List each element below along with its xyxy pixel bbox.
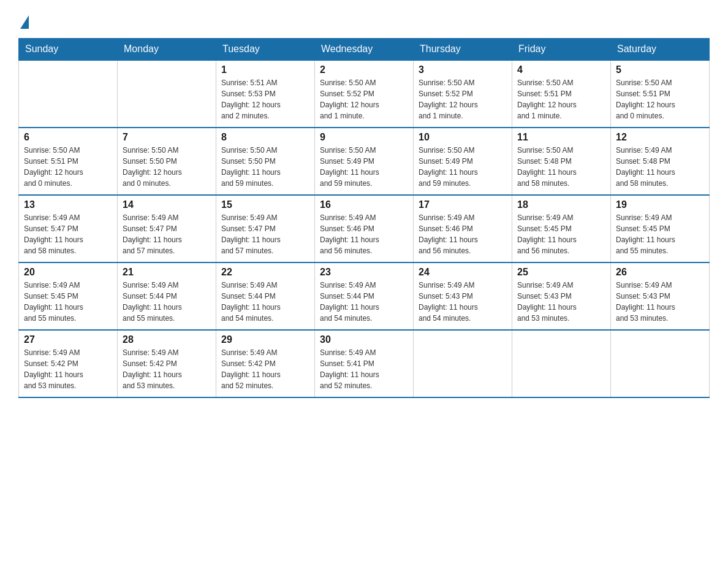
day-info: Sunrise: 5:49 AM Sunset: 5:45 PM Dayligh…: [616, 212, 704, 256]
calendar-cell: 19Sunrise: 5:49 AM Sunset: 5:45 PM Dayli…: [611, 195, 710, 262]
day-number: 29: [221, 334, 309, 345]
day-number: 21: [123, 267, 211, 278]
week-row-3: 13Sunrise: 5:49 AM Sunset: 5:47 PM Dayli…: [19, 195, 710, 262]
calendar-cell: 10Sunrise: 5:50 AM Sunset: 5:49 PM Dayli…: [414, 128, 512, 195]
calendar-cell: 24Sunrise: 5:49 AM Sunset: 5:43 PM Dayli…: [414, 262, 512, 330]
day-number: 14: [123, 199, 211, 210]
day-number: 2: [320, 64, 408, 75]
header-monday: Monday: [118, 39, 216, 61]
day-number: 27: [24, 334, 112, 345]
day-info: Sunrise: 5:49 AM Sunset: 5:42 PM Dayligh…: [221, 347, 309, 391]
logo: [18, 12, 29, 26]
day-number: 3: [419, 64, 507, 75]
calendar-cell: 16Sunrise: 5:49 AM Sunset: 5:46 PM Dayli…: [315, 195, 414, 262]
calendar-cell: 2Sunrise: 5:50 AM Sunset: 5:52 PM Daylig…: [315, 60, 414, 128]
day-info: Sunrise: 5:49 AM Sunset: 5:42 PM Dayligh…: [123, 347, 211, 391]
day-info: Sunrise: 5:49 AM Sunset: 5:47 PM Dayligh…: [24, 212, 112, 256]
calendar-cell: 28Sunrise: 5:49 AM Sunset: 5:42 PM Dayli…: [118, 330, 216, 397]
day-number: 26: [616, 267, 704, 278]
day-number: 24: [419, 267, 507, 278]
logo-triangle-icon: [20, 15, 29, 29]
calendar-cell: 25Sunrise: 5:49 AM Sunset: 5:43 PM Dayli…: [512, 262, 611, 330]
header-wednesday: Wednesday: [315, 39, 414, 61]
calendar-cell: [512, 330, 611, 397]
day-number: 11: [517, 132, 605, 143]
header-friday: Friday: [512, 39, 611, 61]
calendar-table: SundayMondayTuesdayWednesdayThursdayFrid…: [18, 38, 710, 398]
week-row-4: 20Sunrise: 5:49 AM Sunset: 5:45 PM Dayli…: [19, 262, 710, 330]
day-info: Sunrise: 5:49 AM Sunset: 5:43 PM Dayligh…: [419, 280, 507, 324]
calendar-cell: [19, 60, 118, 128]
header-saturday: Saturday: [611, 39, 710, 61]
calendar-cell: 5Sunrise: 5:50 AM Sunset: 5:51 PM Daylig…: [611, 60, 710, 128]
week-row-2: 6Sunrise: 5:50 AM Sunset: 5:51 PM Daylig…: [19, 128, 710, 195]
calendar-cell: 14Sunrise: 5:49 AM Sunset: 5:47 PM Dayli…: [118, 195, 216, 262]
day-number: 25: [517, 267, 605, 278]
day-info: Sunrise: 5:50 AM Sunset: 5:48 PM Dayligh…: [517, 145, 605, 189]
header-tuesday: Tuesday: [216, 39, 315, 61]
day-info: Sunrise: 5:49 AM Sunset: 5:47 PM Dayligh…: [123, 212, 211, 256]
header-thursday: Thursday: [414, 39, 512, 61]
day-number: 7: [123, 132, 211, 143]
calendar-cell: 20Sunrise: 5:49 AM Sunset: 5:45 PM Dayli…: [19, 262, 118, 330]
day-number: 22: [221, 267, 309, 278]
day-info: Sunrise: 5:49 AM Sunset: 5:44 PM Dayligh…: [320, 280, 408, 324]
day-number: 19: [616, 199, 704, 210]
calendar-cell: 17Sunrise: 5:49 AM Sunset: 5:46 PM Dayli…: [414, 195, 512, 262]
day-info: Sunrise: 5:49 AM Sunset: 5:44 PM Dayligh…: [123, 280, 211, 324]
day-info: Sunrise: 5:50 AM Sunset: 5:51 PM Dayligh…: [24, 145, 112, 189]
day-info: Sunrise: 5:49 AM Sunset: 5:46 PM Dayligh…: [419, 212, 507, 256]
calendar-cell: 6Sunrise: 5:50 AM Sunset: 5:51 PM Daylig…: [19, 128, 118, 195]
day-number: 10: [419, 132, 507, 143]
calendar-cell: 27Sunrise: 5:49 AM Sunset: 5:42 PM Dayli…: [19, 330, 118, 397]
day-number: 9: [320, 132, 408, 143]
calendar-header-row: SundayMondayTuesdayWednesdayThursdayFrid…: [19, 39, 710, 61]
day-info: Sunrise: 5:49 AM Sunset: 5:45 PM Dayligh…: [24, 280, 112, 324]
week-row-5: 27Sunrise: 5:49 AM Sunset: 5:42 PM Dayli…: [19, 330, 710, 397]
day-number: 13: [24, 199, 112, 210]
calendar-cell: 15Sunrise: 5:49 AM Sunset: 5:47 PM Dayli…: [216, 195, 315, 262]
calendar-cell: 29Sunrise: 5:49 AM Sunset: 5:42 PM Dayli…: [216, 330, 315, 397]
day-number: 8: [221, 132, 309, 143]
day-info: Sunrise: 5:49 AM Sunset: 5:42 PM Dayligh…: [24, 347, 112, 391]
calendar-cell: 9Sunrise: 5:50 AM Sunset: 5:49 PM Daylig…: [315, 128, 414, 195]
header-sunday: Sunday: [19, 39, 118, 61]
day-info: Sunrise: 5:50 AM Sunset: 5:52 PM Dayligh…: [320, 77, 408, 121]
day-info: Sunrise: 5:49 AM Sunset: 5:45 PM Dayligh…: [517, 212, 605, 256]
day-number: 12: [616, 132, 704, 143]
day-number: 18: [517, 199, 605, 210]
calendar-cell: [414, 330, 512, 397]
day-info: Sunrise: 5:51 AM Sunset: 5:53 PM Dayligh…: [221, 77, 309, 121]
day-number: 23: [320, 267, 408, 278]
calendar-cell: 3Sunrise: 5:50 AM Sunset: 5:52 PM Daylig…: [414, 60, 512, 128]
day-info: Sunrise: 5:49 AM Sunset: 5:48 PM Dayligh…: [616, 145, 704, 189]
calendar-cell: 23Sunrise: 5:49 AM Sunset: 5:44 PM Dayli…: [315, 262, 414, 330]
day-info: Sunrise: 5:50 AM Sunset: 5:50 PM Dayligh…: [221, 145, 309, 189]
day-info: Sunrise: 5:50 AM Sunset: 5:49 PM Dayligh…: [320, 145, 408, 189]
day-number: 30: [320, 334, 408, 345]
calendar-cell: 18Sunrise: 5:49 AM Sunset: 5:45 PM Dayli…: [512, 195, 611, 262]
day-info: Sunrise: 5:50 AM Sunset: 5:51 PM Dayligh…: [616, 77, 704, 121]
day-info: Sunrise: 5:49 AM Sunset: 5:43 PM Dayligh…: [517, 280, 605, 324]
day-info: Sunrise: 5:50 AM Sunset: 5:50 PM Dayligh…: [123, 145, 211, 189]
calendar-cell: [611, 330, 710, 397]
day-info: Sunrise: 5:49 AM Sunset: 5:43 PM Dayligh…: [616, 280, 704, 324]
page-header: [18, 12, 710, 26]
day-info: Sunrise: 5:49 AM Sunset: 5:47 PM Dayligh…: [221, 212, 309, 256]
day-number: 4: [517, 64, 605, 75]
day-info: Sunrise: 5:50 AM Sunset: 5:51 PM Dayligh…: [517, 77, 605, 121]
day-number: 1: [221, 64, 309, 75]
day-number: 6: [24, 132, 112, 143]
calendar-cell: 21Sunrise: 5:49 AM Sunset: 5:44 PM Dayli…: [118, 262, 216, 330]
day-info: Sunrise: 5:50 AM Sunset: 5:49 PM Dayligh…: [419, 145, 507, 189]
calendar-cell: 8Sunrise: 5:50 AM Sunset: 5:50 PM Daylig…: [216, 128, 315, 195]
calendar-cell: 4Sunrise: 5:50 AM Sunset: 5:51 PM Daylig…: [512, 60, 611, 128]
calendar-cell: 12Sunrise: 5:49 AM Sunset: 5:48 PM Dayli…: [611, 128, 710, 195]
calendar-cell: 1Sunrise: 5:51 AM Sunset: 5:53 PM Daylig…: [216, 60, 315, 128]
calendar-cell: 11Sunrise: 5:50 AM Sunset: 5:48 PM Dayli…: [512, 128, 611, 195]
day-info: Sunrise: 5:49 AM Sunset: 5:41 PM Dayligh…: [320, 347, 408, 391]
calendar-cell: 30Sunrise: 5:49 AM Sunset: 5:41 PM Dayli…: [315, 330, 414, 397]
calendar-cell: 7Sunrise: 5:50 AM Sunset: 5:50 PM Daylig…: [118, 128, 216, 195]
calendar-cell: [118, 60, 216, 128]
day-number: 20: [24, 267, 112, 278]
